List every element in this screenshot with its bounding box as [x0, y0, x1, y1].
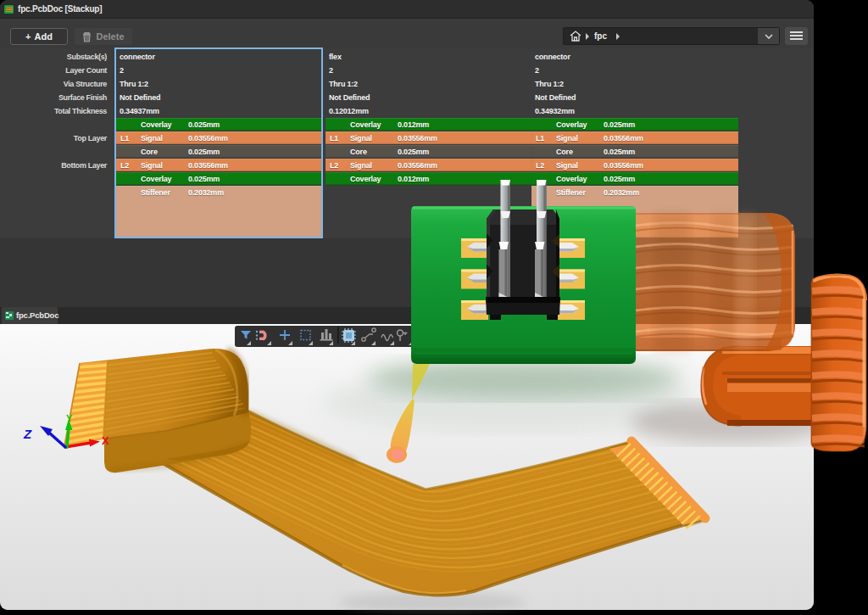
svg-text:X: X	[102, 434, 109, 447]
svg-text:Y: Y	[66, 413, 73, 423]
svg-text:Z: Z	[23, 427, 32, 441]
